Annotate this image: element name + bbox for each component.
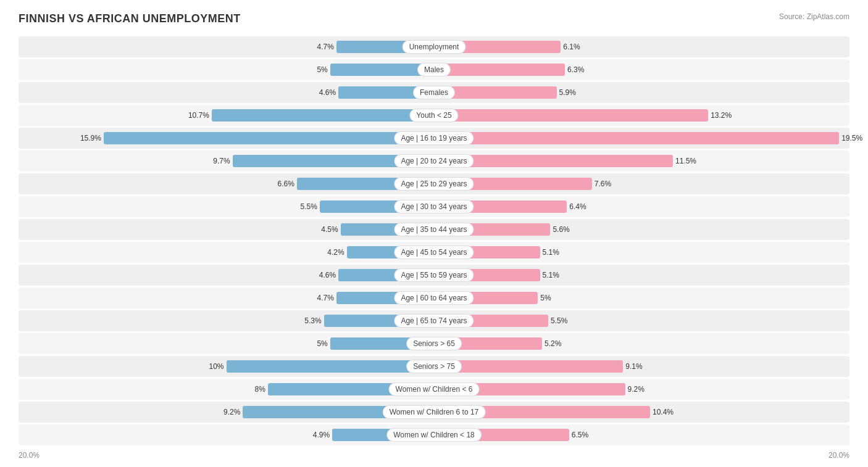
bar-right — [434, 132, 839, 144]
chart-row: Unemployment 4.7% 6.1% — [19, 36, 849, 57]
val-right: 5.1% — [540, 248, 559, 257]
bars-container: Unemployment 4.7% 6.1% — [19, 36, 849, 57]
chart-row: Age | 55 to 59 years 4.6% 5.1% — [19, 265, 849, 286]
row-center-label: Age | 45 to 54 years — [394, 246, 473, 258]
chart-row: Age | 45 to 54 years 4.2% 5.1% — [19, 242, 849, 263]
row-center-label: Women w/ Children 6 to 17 — [383, 406, 485, 418]
val-left: 5% — [317, 65, 330, 74]
chart-row: Women w/ Children < 18 4.9% 6.5% — [19, 424, 849, 445]
row-center-label: Males — [418, 64, 450, 76]
axis-left-label: 20.0% — [19, 451, 40, 460]
val-left: 4.6% — [319, 271, 338, 279]
bars-container: Seniors > 75 10% 9.1% — [19, 356, 849, 377]
val-right: 7.6% — [592, 180, 611, 188]
row-center-label: Age | 35 to 44 years — [394, 223, 473, 236]
row-center-label: Age | 30 to 34 years — [394, 200, 473, 213]
val-left: 9.7% — [213, 157, 232, 165]
bars-container: Youth < 25 10.7% 13.2% — [19, 105, 849, 126]
row-center-label: Age | 25 to 29 years — [394, 178, 473, 190]
val-right: 5% — [538, 294, 551, 302]
bar-right — [434, 360, 623, 373]
bars-container: Age | 20 to 24 years 9.7% 11.5% — [19, 151, 849, 172]
bar-left — [104, 132, 434, 144]
bars-container: Age | 25 to 29 years 6.6% 7.6% — [19, 173, 849, 194]
row-center-label: Age | 20 to 24 years — [394, 155, 473, 167]
bars-container: Age | 16 to 19 years 15.9% 19.5% — [19, 128, 849, 149]
chart-row: Youth < 25 10.7% 13.2% — [19, 105, 849, 126]
bars-container: Age | 65 to 74 years 5.3% 5.5% — [19, 310, 849, 331]
chart-row: Age | 60 to 64 years 4.7% 5% — [19, 287, 849, 308]
row-center-label: Age | 65 to 74 years — [394, 315, 473, 327]
bars-container: Age | 55 to 59 years 4.6% 5.1% — [19, 265, 849, 286]
bars-container: Women w/ Children 6 to 17 9.2% 10.4% — [19, 402, 849, 423]
val-left: 10.7% — [188, 111, 212, 120]
chart-row: Seniors > 65 5% 5.2% — [19, 333, 849, 354]
bars-container: Women w/ Children < 18 4.9% 6.5% — [19, 424, 849, 445]
chart-row: Age | 25 to 29 years 6.6% 7.6% — [19, 173, 849, 194]
chart-row: Females 4.6% 5.9% — [19, 82, 849, 103]
bar-left — [212, 109, 434, 122]
axis-row: 20.0% 20.0% — [19, 447, 849, 466]
chart-title: FINNISH VS AFRICAN UNEMPLOYMENT — [19, 12, 241, 25]
chart-row: Age | 35 to 44 years 4.5% 5.6% — [19, 219, 849, 240]
row-center-label: Youth < 25 — [410, 109, 457, 122]
val-right: 9.1% — [623, 362, 642, 371]
val-left: 8% — [254, 385, 267, 394]
val-right: 6.5% — [569, 431, 588, 439]
val-left: 10% — [209, 362, 226, 371]
bars-container: Age | 45 to 54 years 4.2% 5.1% — [19, 242, 849, 263]
val-right: 6.3% — [565, 65, 584, 74]
row-center-label: Women w/ Children < 18 — [387, 429, 481, 441]
row-center-label: Women w/ Children < 6 — [390, 383, 479, 395]
val-left: 6.6% — [278, 180, 297, 188]
val-right: 6.1% — [561, 43, 580, 51]
val-left: 9.2% — [223, 408, 243, 416]
val-right: 5.1% — [540, 271, 559, 279]
chart-row: Women w/ Children 6 to 17 9.2% 10.4% — [19, 402, 849, 423]
val-right: 9.2% — [625, 385, 645, 394]
val-right: 13.2% — [708, 111, 732, 120]
val-left: 4.7% — [317, 43, 336, 51]
chart-row: Age | 65 to 74 years 5.3% 5.5% — [19, 310, 849, 331]
val-left: 4.5% — [321, 225, 340, 234]
bar-right — [434, 109, 708, 122]
row-center-label: Age | 16 to 19 years — [394, 132, 473, 144]
row-center-label: Females — [414, 86, 454, 99]
val-right: 5.5% — [548, 316, 567, 325]
chart-row: Age | 20 to 24 years 9.7% 11.5% — [19, 151, 849, 172]
chart-row: Age | 30 to 34 years 5.5% 6.4% — [19, 196, 849, 217]
bars-container: Women w/ Children < 6 8% 9.2% — [19, 379, 849, 400]
chart-row: Age | 16 to 19 years 15.9% 19.5% — [19, 128, 849, 149]
chart-container: FINNISH VS AFRICAN UNEMPLOYMENT Source: … — [0, 0, 868, 467]
bar-right — [434, 64, 565, 76]
bars-container: Males 5% 6.3% — [19, 59, 849, 80]
chart-area: Unemployment 4.7% 6.1% Males 5% 6.3% Fem… — [19, 36, 849, 445]
val-right: 5.2% — [542, 339, 561, 348]
val-left: 4.7% — [317, 294, 336, 302]
val-right: 5.6% — [550, 225, 569, 234]
bars-container: Age | 35 to 44 years 4.5% 5.6% — [19, 219, 849, 240]
chart-row: Males 5% 6.3% — [19, 59, 849, 80]
bars-container: Age | 60 to 64 years 4.7% 5% — [19, 287, 849, 308]
row-center-label: Seniors > 75 — [407, 360, 461, 373]
row-center-label: Age | 60 to 64 years — [394, 292, 473, 304]
row-center-label: Unemployment — [403, 41, 465, 53]
axis-right-label: 20.0% — [828, 451, 849, 460]
bars-container: Females 4.6% 5.9% — [19, 82, 849, 103]
val-left: 4.6% — [319, 88, 338, 97]
val-left: 5% — [317, 339, 330, 348]
val-right: 11.5% — [673, 157, 696, 165]
val-left: 4.2% — [327, 248, 346, 257]
bar-left — [227, 360, 435, 373]
row-center-label: Age | 55 to 59 years — [394, 269, 473, 281]
bars-container: Age | 30 to 34 years 5.5% 6.4% — [19, 196, 849, 217]
chart-row: Women w/ Children < 6 8% 9.2% — [19, 379, 849, 400]
val-right: 6.4% — [567, 202, 586, 211]
row-center-label: Seniors > 65 — [407, 337, 461, 350]
val-right: 19.5% — [839, 134, 862, 143]
bars-container: Seniors > 65 5% 5.2% — [19, 333, 849, 354]
val-right: 10.4% — [650, 408, 674, 416]
chart-header: FINNISH VS AFRICAN UNEMPLOYMENT Source: … — [19, 12, 849, 25]
chart-row: Seniors > 75 10% 9.1% — [19, 356, 849, 377]
val-right: 5.9% — [557, 88, 576, 97]
